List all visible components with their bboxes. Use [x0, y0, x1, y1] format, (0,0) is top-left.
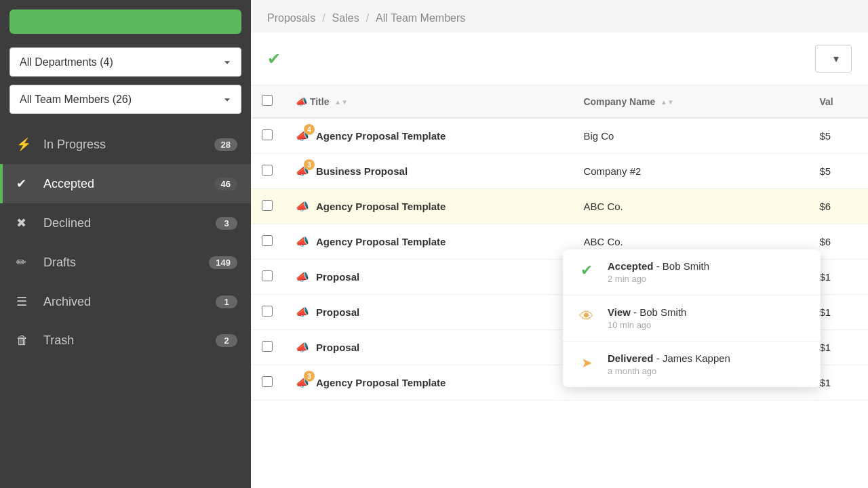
title-cell: 📣 3 Agency Proposal Template: [296, 376, 561, 389]
team-members-select[interactable]: All Team Members (26): [9, 85, 241, 114]
sidebar-item-label-drafts: Drafts: [43, 256, 209, 270]
activity-timestamp: 10 min ago: [608, 320, 686, 330]
actions-button[interactable]: ▾: [815, 45, 852, 73]
title-cell: 📣 Proposal: [296, 270, 561, 283]
chevron-down-icon: ▾: [833, 52, 839, 65]
sidebar-item-drafts[interactable]: ✏ Drafts 149: [0, 243, 251, 282]
breadcrumb-sales[interactable]: Sales: [332, 12, 359, 24]
row-checkbox-5[interactable]: [262, 306, 273, 317]
proposal-title: Proposal: [316, 271, 359, 283]
breadcrumb-proposals[interactable]: Proposals: [267, 12, 315, 24]
sidebar-nav: ⚡ In Progress 28 ✔ Accepted 46 ✖ Decline…: [0, 125, 251, 488]
megaphone-icon: 📣: [296, 235, 309, 248]
megaphone-icon: 📣: [296, 200, 309, 213]
declined-icon: ✖: [16, 216, 35, 230]
sidebar-item-label-archived: Archived: [43, 295, 216, 309]
table-row[interactable]: 📣 Agency Proposal Template ABC Co. $6: [251, 189, 868, 224]
activity-tooltip: ✔ Accepted - Bob Smith 2 min ago 👁 View …: [563, 249, 821, 387]
company-name: Company #2: [572, 154, 808, 189]
send-icon: ➤: [576, 354, 597, 371]
title-cell: 📣 Agency Proposal Template: [296, 200, 561, 213]
sidebar-item-in-progress[interactable]: ⚡ In Progress 28: [0, 125, 251, 164]
row-checkbox-7[interactable]: [262, 376, 273, 387]
breadcrumb: Proposals / Sales / All Team Members: [251, 0, 868, 33]
activity-timestamp: 2 min ago: [608, 274, 709, 284]
trash-icon: 🗑: [16, 333, 35, 348]
megaphone-icon: 📣: [296, 341, 309, 354]
title-cell: 📣 Agency Proposal Template: [296, 235, 561, 248]
proposal-title: Agency Proposal Template: [316, 130, 446, 142]
proposal-value: $5: [808, 118, 868, 154]
row-checkbox-1[interactable]: [262, 165, 273, 176]
breadcrumb-team[interactable]: All Team Members: [376, 12, 465, 24]
title-cell: 📣 Proposal: [296, 306, 561, 319]
content-title: ✔: [267, 49, 802, 68]
new-proposal-button[interactable]: [9, 9, 241, 34]
title-column-header[interactable]: 📣 Title ▲▼: [285, 85, 572, 118]
notification-icon: 📣 3: [296, 376, 309, 389]
archived-icon: ☰: [16, 294, 35, 309]
sidebar-badge-trash: 2: [216, 334, 237, 347]
drafts-icon: ✏: [16, 255, 35, 270]
tooltip-item-delivered: ➤ Delivered - James Kappen a month ago: [563, 342, 821, 387]
activity-timestamp: a month ago: [608, 366, 730, 376]
sidebar-badge-archived: 1: [216, 296, 237, 308]
table-row[interactable]: 📣 3 Business Proposal Company #2 $5: [251, 154, 868, 189]
company-name: ABC Co.: [572, 189, 808, 224]
proposal-title: Agency Proposal Template: [316, 201, 446, 212]
row-checkbox-4[interactable]: [262, 270, 273, 281]
activity-action: View: [608, 306, 631, 318]
sidebar-item-accepted[interactable]: ✔ Accepted 46: [0, 164, 251, 203]
sidebar-item-archived[interactable]: ☰ Archived 1: [0, 282, 251, 321]
check-activity-icon: ✔: [580, 262, 593, 279]
in-progress-icon: ⚡: [16, 137, 35, 152]
select-all-checkbox[interactable]: [262, 95, 273, 106]
sidebar-item-label-in-progress: In Progress: [43, 138, 214, 152]
table-row[interactable]: 📣 4 Agency Proposal Template Big Co $5: [251, 118, 868, 154]
activity-action: Accepted: [608, 260, 654, 272]
megaphone-icon: 📣: [296, 270, 309, 283]
proposal-title: Business Proposal: [316, 165, 408, 177]
eye-activity-icon: 👁: [579, 308, 594, 325]
eye-icon: 👁: [576, 308, 597, 325]
row-checkbox-0[interactable]: [262, 129, 273, 140]
accepted-check-icon: ✔: [267, 49, 281, 68]
content-header: ✔ ▾: [251, 33, 868, 85]
sidebar-item-label-trash: Trash: [43, 333, 216, 348]
megaphone-header-icon: 📣: [296, 96, 307, 107]
megaphone-icon: 📣: [296, 306, 309, 319]
sidebar-badge-declined: 3: [216, 217, 237, 230]
title-cell: 📣 Proposal: [296, 341, 561, 354]
row-checkbox-2[interactable]: [262, 200, 273, 211]
proposal-title: Proposal: [316, 306, 359, 318]
tooltip-item-view: 👁 View - Bob Smith 10 min ago: [563, 296, 821, 342]
content-area: ✔ ▾ 📣 Title ▲▼: [251, 33, 868, 488]
title-cell: 📣 3 Business Proposal: [296, 165, 561, 178]
sidebar-item-trash[interactable]: 🗑 Trash 2: [0, 321, 251, 360]
activity-user: - Bob Smith: [633, 306, 686, 318]
company-name: Big Co: [572, 118, 808, 154]
row-checkbox-6[interactable]: [262, 341, 273, 352]
sidebar-badge-in-progress: 28: [214, 138, 237, 151]
company-column-header[interactable]: Company Name ▲▼: [572, 85, 808, 118]
value-column-header[interactable]: Val: [808, 85, 868, 118]
proposal-value: $5: [808, 154, 868, 189]
main-content: Proposals / Sales / All Team Members ✔ ▾: [251, 0, 868, 488]
row-checkbox-3[interactable]: [262, 235, 273, 246]
notification-icon: 📣 3: [296, 165, 309, 178]
sidebar-item-declined[interactable]: ✖ Declined 3: [0, 203, 251, 243]
activity-user: - James Kappen: [656, 352, 730, 364]
sidebar: All Departments (4) All Team Members (26…: [0, 0, 251, 488]
title-cell: 📣 4 Agency Proposal Template: [296, 129, 561, 142]
tooltip-item-accepted: ✔ Accepted - Bob Smith 2 min ago: [563, 249, 821, 296]
sidebar-item-label-accepted: Accepted: [43, 177, 214, 191]
notification-icon: 📣 4: [296, 129, 309, 142]
send-activity-icon: ➤: [581, 355, 593, 370]
department-select[interactable]: All Departments (4): [9, 47, 241, 77]
sidebar-badge-drafts: 149: [209, 256, 237, 269]
check-icon: ✔: [576, 262, 597, 279]
proposal-title: Agency Proposal Template: [316, 377, 446, 388]
proposal-title: Agency Proposal Template: [316, 236, 446, 247]
activity-user: - Bob Smith: [656, 260, 709, 272]
proposal-value: $6: [808, 189, 868, 224]
